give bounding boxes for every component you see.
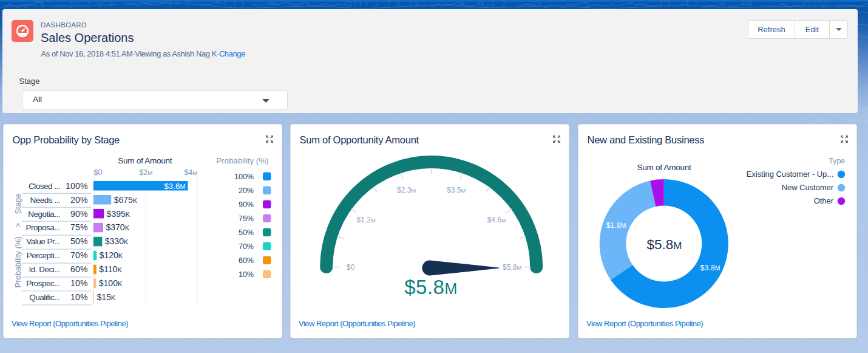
svg-text:New Customer: New Customer: [782, 183, 834, 192]
svg-text:Sum of Amount: Sum of Amount: [118, 156, 172, 165]
svg-text:60%: 60%: [239, 256, 254, 265]
svg-text:$5.8M: $5.8M: [503, 263, 521, 272]
svg-text:$1.8M: $1.8M: [606, 221, 626, 230]
svg-text:100%: 100%: [234, 173, 254, 181]
svg-text:$3.5M: $3.5M: [447, 186, 466, 194]
svg-text:50%: 50%: [70, 236, 88, 246]
svg-text:$3.6M: $3.6M: [164, 182, 185, 191]
svg-text:75%: 75%: [70, 222, 88, 232]
svg-text:$100K: $100K: [99, 278, 123, 288]
svg-text:70%: 70%: [239, 242, 254, 251]
svg-text:20%: 20%: [239, 187, 254, 195]
svg-text:Probability (%) > Stage: Probability (%) > Stage: [13, 194, 22, 288]
svg-text:10%: 10%: [70, 292, 88, 302]
svg-text:20%: 20%: [70, 195, 88, 205]
svg-text:10%: 10%: [70, 278, 88, 288]
svg-text:Existing Customer - Up...: Existing Customer - Up...: [747, 170, 833, 179]
svg-text:$2M: $2M: [139, 168, 152, 177]
svg-text:Type: Type: [829, 156, 845, 165]
svg-text:75%: 75%: [239, 214, 254, 223]
svg-text:10%: 10%: [239, 270, 254, 279]
svg-text:$4M: $4M: [184, 168, 197, 177]
svg-text:$1.2M: $1.2M: [356, 216, 375, 224]
svg-text:$0: $0: [94, 168, 103, 177]
svg-text:Id. Deci...: Id. Deci...: [29, 265, 60, 274]
svg-text:Proposa...: Proposa...: [25, 223, 60, 232]
svg-text:100%: 100%: [66, 181, 88, 191]
svg-text:$5.8M: $5.8M: [647, 237, 682, 252]
svg-text:Needs ...: Needs ...: [30, 196, 60, 205]
svg-text:Percepti...: Percepti...: [27, 251, 60, 260]
svg-text:90%: 90%: [239, 200, 254, 209]
svg-text:Prospec...: Prospec...: [26, 279, 60, 288]
svg-text:Value Pr...: Value Pr...: [26, 237, 60, 246]
svg-text:$3.8M: $3.8M: [700, 264, 721, 272]
svg-text:70%: 70%: [70, 250, 88, 260]
svg-text:Probability (%): Probability (%): [216, 156, 268, 165]
svg-text:$4.6M: $4.6M: [487, 216, 506, 224]
svg-text:Closed ...: Closed ...: [29, 182, 60, 191]
svg-text:Negotia...: Negotia...: [28, 210, 60, 219]
svg-text:$370K: $370K: [106, 222, 130, 232]
svg-text:$15K: $15K: [97, 292, 116, 302]
svg-text:90%: 90%: [70, 209, 88, 219]
svg-text:$395K: $395K: [107, 209, 131, 219]
svg-text:$2.3M: $2.3M: [397, 186, 416, 194]
svg-text:$0: $0: [347, 263, 355, 272]
svg-text:Qualific...: Qualific...: [29, 293, 60, 302]
svg-text:$675K: $675K: [114, 195, 138, 205]
svg-text:50%: 50%: [239, 228, 254, 237]
svg-text:$120K: $120K: [100, 250, 123, 260]
svg-text:$330K: $330K: [105, 236, 129, 246]
svg-text:Other: Other: [814, 196, 834, 205]
svg-text:Sum of Amount: Sum of Amount: [637, 163, 691, 172]
svg-text:$5.8M: $5.8M: [404, 276, 458, 298]
svg-text:60%: 60%: [70, 264, 88, 274]
svg-text:$110K: $110K: [99, 264, 122, 274]
